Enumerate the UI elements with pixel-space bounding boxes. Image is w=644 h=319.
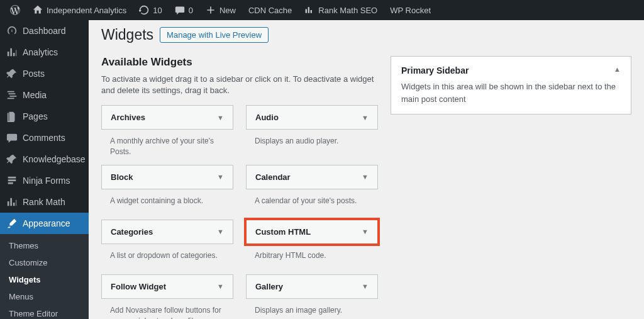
widget-categories: Categories▼A list or dropdown of categor…: [101, 220, 233, 269]
chevron-down-icon: ▼: [217, 228, 224, 235]
chevron-down-icon: ▼: [217, 114, 224, 121]
widget-title: Archives: [111, 113, 145, 122]
plus-icon: [206, 5, 216, 15]
widget-desc: A monthly archive of your site's Posts.: [101, 130, 233, 160]
menu-appearance[interactable]: Appearance: [0, 213, 89, 234]
new-label: New: [219, 6, 236, 15]
chevron-down-icon: ▼: [362, 173, 369, 181]
wordpress-icon: [10, 5, 20, 15]
chevron-down-icon: ▼: [217, 173, 224, 181]
available-widgets-grid: Archives▼A monthly archive of your site'…: [101, 105, 378, 319]
pages-icon: [6, 111, 18, 122]
admin-toolbar: Independent Analytics 10 0 New CDN Cache…: [0, 0, 644, 20]
chevron-down-icon: ▼: [217, 283, 224, 290]
submenu-menus[interactable]: Menus: [0, 288, 89, 305]
widget-desc: A widget containing a block.: [101, 189, 233, 215]
widget-desc: A calendar of your site's posts.: [246, 189, 378, 215]
widget-head[interactable]: Custom HTML▼: [246, 220, 378, 244]
main-content: Widgets Manage with Live Preview Availab…: [89, 20, 644, 319]
menu-posts[interactable]: Posts: [0, 63, 89, 84]
widget-follow-widget: Follow Widget▼Add Novashare follow butto…: [101, 274, 233, 319]
submenu-themes[interactable]: Themes: [0, 237, 89, 254]
pin-icon: [6, 154, 18, 165]
widget-title: Custom HTML: [255, 227, 311, 237]
comment-icon: [6, 132, 18, 143]
widget-title: Audio: [255, 113, 279, 122]
pin-icon: [6, 68, 18, 79]
widget-desc: Displays an image gallery.: [246, 299, 378, 319]
wprocket-link[interactable]: WP Rocket: [385, 0, 436, 20]
form-icon: [6, 175, 18, 186]
available-widgets-desc: To activate a widget drag it to a sideba…: [101, 74, 378, 96]
dashboard-icon: [6, 25, 18, 36]
widget-head[interactable]: Follow Widget▼: [101, 274, 233, 299]
appearance-submenu: Themes Customize Widgets Menus Theme Edi…: [0, 234, 89, 319]
widget-desc: Arbitrary HTML code.: [246, 244, 378, 269]
available-widgets-heading: Available Widgets: [101, 56, 378, 69]
home-icon: [33, 5, 43, 15]
media-icon: [6, 89, 18, 101]
widget-desc: Displays an audio player.: [246, 130, 378, 155]
comments-link[interactable]: 0: [170, 0, 198, 20]
brush-icon: [6, 218, 18, 229]
menu-media[interactable]: Media: [0, 84, 89, 106]
widget-desc: Add Novashare follow buttons for your so…: [101, 299, 233, 319]
widget-custom-html: Custom HTML▼Arbitrary HTML code.: [246, 220, 378, 269]
chart-icon: [6, 196, 18, 208]
primary-sidebar-area[interactable]: Primary Sidebar ▲ Widgets in this area w…: [391, 56, 631, 115]
cdn-cache-link[interactable]: CDN Cache: [243, 0, 297, 20]
widget-title: Gallery: [255, 282, 283, 291]
wp-logo[interactable]: [5, 0, 25, 20]
chevron-down-icon: ▼: [362, 283, 369, 290]
widget-desc: A list or dropdown of categories.: [101, 244, 233, 269]
widget-audio: Audio▼Displays an audio player.: [246, 105, 378, 160]
widget-head[interactable]: Categories▼: [101, 220, 233, 244]
menu-dashboard[interactable]: Dashboard: [0, 20, 89, 42]
sidebar-area-desc: Widgets in this area will be shown in th…: [401, 81, 621, 105]
collapse-caret-icon[interactable]: ▲: [614, 65, 621, 73]
page-title: Widgets: [101, 26, 153, 43]
submenu-customize[interactable]: Customize: [0, 254, 89, 271]
widget-title: Calendar: [255, 172, 291, 182]
chart-icon: [6, 47, 18, 58]
menu-analytics[interactable]: Analytics: [0, 42, 89, 63]
site-name: Independent Analytics: [47, 6, 126, 15]
menu-comments[interactable]: Comments: [0, 127, 89, 148]
manage-live-preview-button[interactable]: Manage with Live Preview: [160, 27, 269, 43]
updates-link[interactable]: 10: [134, 0, 167, 20]
menu-rank-math[interactable]: Rank Math: [0, 191, 89, 213]
widget-head[interactable]: Gallery▼: [246, 274, 378, 299]
widget-title: Follow Widget: [111, 282, 166, 291]
widget-title: Categories: [111, 227, 153, 237]
chevron-down-icon: ▼: [362, 228, 369, 235]
comment-icon: [175, 5, 185, 15]
site-name-link[interactable]: Independent Analytics: [28, 0, 131, 20]
menu-pages[interactable]: Pages: [0, 106, 89, 127]
comments-count: 0: [189, 6, 193, 15]
admin-sidebar: Dashboard Analytics Posts Media Pages Co…: [0, 20, 89, 319]
widget-head[interactable]: Archives▼: [101, 105, 233, 130]
submenu-theme-editor[interactable]: Theme Editor: [0, 305, 89, 319]
widget-archives: Archives▼A monthly archive of your site'…: [101, 105, 233, 160]
refresh-icon: [139, 5, 149, 15]
rankmath-link[interactable]: Rank Math SEO: [299, 0, 382, 20]
menu-ninja-forms[interactable]: Ninja Forms: [0, 170, 89, 191]
sidebar-area-title: Primary Sidebar: [401, 65, 469, 76]
new-content-link[interactable]: New: [201, 0, 241, 20]
widget-head[interactable]: Calendar▼: [246, 165, 378, 189]
updates-count: 10: [153, 6, 162, 15]
menu-knowledgebase[interactable]: Knowledgebase: [0, 148, 89, 170]
widget-gallery: Gallery▼Displays an image gallery.: [246, 274, 378, 319]
submenu-widgets[interactable]: Widgets: [0, 271, 89, 288]
widget-head[interactable]: Audio▼: [246, 105, 378, 130]
widget-calendar: Calendar▼A calendar of your site's posts…: [246, 165, 378, 215]
widget-head[interactable]: Block▼: [101, 165, 233, 189]
widget-block: Block▼A widget containing a block.: [101, 165, 233, 215]
chart-icon: [304, 5, 314, 15]
widget-title: Block: [111, 172, 133, 182]
chevron-down-icon: ▼: [362, 114, 369, 121]
